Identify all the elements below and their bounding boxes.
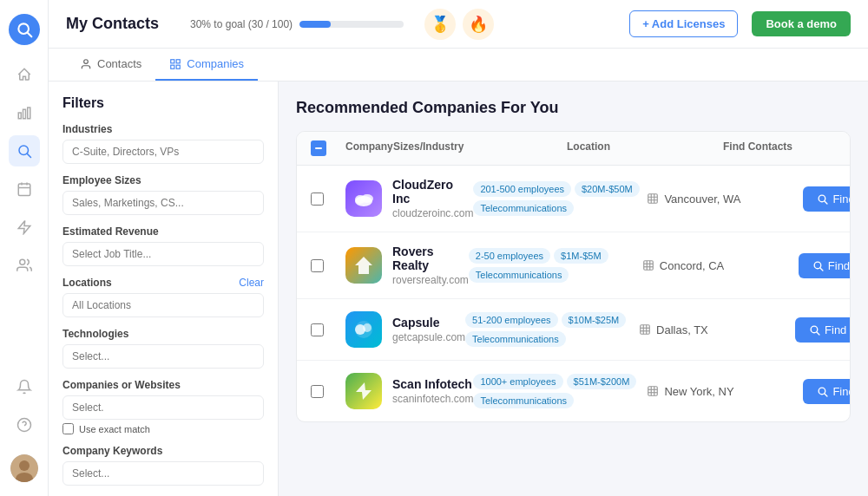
- nav-chart[interactable]: [9, 97, 40, 128]
- svg-rect-7: [18, 184, 30, 196]
- company-logo-scan: [345, 373, 382, 409]
- row-checkbox-scan[interactable]: [311, 385, 324, 398]
- th-company: Company: [345, 140, 393, 156]
- tag-industry: Telecommunications: [469, 267, 569, 283]
- tag-industry: Telecommunications: [473, 200, 574, 216]
- main-content: My Contacts 30% to goal (30 / 100) 🥇 🔥 +…: [49, 0, 868, 496]
- company-logo-cloudzero: [345, 180, 382, 217]
- row-checkbox-capsule[interactable]: [311, 323, 324, 336]
- locations-clear[interactable]: Clear: [239, 277, 264, 289]
- svg-point-11: [19, 259, 24, 264]
- company-info-cloudzero: CloudZero Inc cloudzeroinc.com: [345, 178, 473, 219]
- filter-companies-label: Companies or Websites: [62, 379, 264, 391]
- nav-calendar[interactable]: [9, 173, 40, 205]
- medal-icon[interactable]: 🥇: [424, 9, 456, 40]
- filter-locations-label: Locations Clear: [62, 277, 264, 289]
- find-button-scan[interactable]: Find: [803, 379, 851, 404]
- tab-contacts[interactable]: Contacts: [66, 49, 155, 81]
- tag-revenue: $51M-$200M: [567, 374, 637, 389]
- nav-bell[interactable]: [9, 371, 40, 402]
- company-info-capsule: Capsule getcapsule.com: [345, 311, 465, 348]
- find-button-cloudzero[interactable]: Find: [803, 186, 851, 212]
- nav-search[interactable]: [9, 135, 40, 166]
- company-logo-capsule: [345, 311, 382, 348]
- svg-marker-33: [355, 257, 372, 274]
- row-checkbox-cloudzero[interactable]: [311, 193, 324, 206]
- search-icon: [817, 386, 828, 397]
- table-row: Capsule getcapsule.com 51-200 employees …: [297, 299, 850, 361]
- search-icon: [812, 260, 824, 271]
- row-checkbox-cell: [311, 323, 345, 336]
- user-avatar[interactable]: [10, 454, 38, 482]
- svg-line-6: [27, 153, 30, 157]
- tab-companies[interactable]: Companies: [155, 49, 258, 81]
- find-cell-scan: Find: [803, 379, 851, 404]
- svg-line-32: [825, 200, 827, 203]
- keywords-input[interactable]: [62, 461, 264, 486]
- find-cell-cloudzero: Find: [803, 186, 851, 212]
- nav-help[interactable]: [9, 409, 40, 441]
- location-scan: New York, NY: [647, 385, 803, 398]
- cloudzero-logo-icon: [352, 186, 376, 211]
- row-checkbox-cell: [311, 193, 345, 206]
- nav-tabs: Contacts Companies: [49, 49, 868, 82]
- filter-keywords-label: Company Keywords: [62, 445, 264, 457]
- tag-revenue: $1M-$5M: [554, 248, 608, 264]
- find-button-rovers[interactable]: Find: [799, 253, 851, 278]
- th-location: Location: [567, 140, 723, 156]
- industries-input[interactable]: [62, 140, 264, 164]
- progress-section: 30% to goal (30 / 100): [190, 18, 404, 30]
- fire-icon[interactable]: 🔥: [463, 9, 494, 40]
- svg-rect-21: [171, 65, 174, 69]
- row-checkbox-rovers[interactable]: [311, 259, 324, 272]
- page-title: My Contacts: [66, 15, 159, 33]
- progress-bar: [299, 21, 331, 28]
- building-icon: [647, 193, 659, 205]
- book-demo-button[interactable]: Book a demo: [752, 11, 851, 36]
- svg-point-43: [363, 323, 372, 332]
- table-row: Rovers Realty roversrealty.com 2-50 empl…: [297, 232, 850, 299]
- svg-rect-44: [641, 325, 650, 335]
- filters-title: Filters: [62, 95, 264, 111]
- companies-websites-input[interactable]: [62, 395, 264, 420]
- add-licenses-button[interactable]: + Add Licenses: [629, 10, 738, 37]
- technologies-input[interactable]: [62, 344, 264, 369]
- svg-rect-22: [315, 147, 322, 149]
- header-icons: 🥇 🔥: [424, 9, 494, 40]
- rovers-logo-icon: [352, 253, 376, 277]
- revenue-input[interactable]: [62, 242, 264, 266]
- employee-sizes-input[interactable]: [62, 191, 264, 215]
- tag-employees: 2-50 employees: [469, 248, 550, 264]
- company-name-capsule: Capsule: [392, 316, 465, 330]
- header-checkbox[interactable]: [311, 140, 326, 156]
- svg-point-17: [84, 59, 89, 63]
- svg-rect-34: [644, 261, 654, 271]
- location-cloudzero: Vancouver, WA: [647, 193, 803, 206]
- building-icon: [642, 259, 654, 271]
- filter-industries-label: Industries: [62, 123, 264, 135]
- company-tags-cloudzero: 201-500 employees $20M-$50M Telecommunic…: [473, 181, 647, 216]
- tag-employees: 201-500 employees: [473, 181, 571, 197]
- app-logo[interactable]: [9, 14, 40, 45]
- nav-home[interactable]: [9, 59, 40, 90]
- tag-employees: 51-200 employees: [465, 312, 558, 328]
- building-icon: [647, 385, 659, 397]
- exact-match-row: Use exact match: [62, 423, 264, 434]
- filters-sidebar: Filters Industries Employee Sizes: [49, 82, 279, 496]
- tag-revenue: $10M-$25M: [562, 312, 627, 328]
- company-details-cloudzero: CloudZero Inc cloudzeroinc.com: [392, 178, 473, 219]
- filter-companies-websites: Companies or Websites Use exact match: [62, 379, 264, 434]
- locations-input[interactable]: [62, 293, 264, 317]
- exact-match-checkbox[interactable]: [62, 423, 74, 434]
- nav-bolt[interactable]: [9, 212, 40, 243]
- svg-line-50: [817, 331, 819, 334]
- nav-users[interactable]: [9, 250, 40, 281]
- svg-rect-26: [648, 194, 658, 204]
- progress-text: 30% to goal (30 / 100): [190, 18, 293, 30]
- filter-technologies-label: Technologies: [62, 328, 264, 340]
- row-checkbox-cell: [311, 385, 345, 398]
- find-button-capsule[interactable]: Find: [795, 317, 851, 343]
- find-cell-rovers: Find: [799, 253, 851, 278]
- svg-line-1: [27, 33, 31, 37]
- company-details-capsule: Capsule getcapsule.com: [392, 316, 465, 343]
